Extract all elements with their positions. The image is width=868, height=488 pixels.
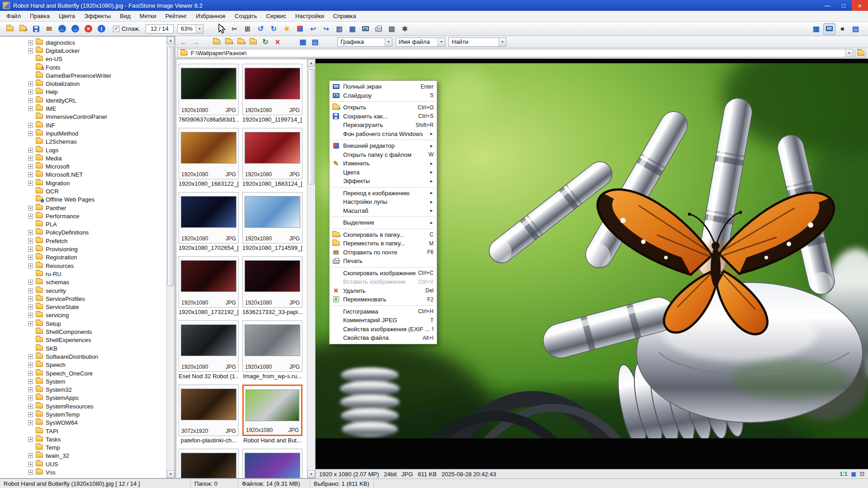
context-item-перезагрузить[interactable]: ПерезагрузитьShift+R	[330, 121, 437, 130]
tree-item-tapi[interactable]: TAPI	[0, 427, 166, 435]
new-folder-button[interactable]: +	[223, 37, 234, 47]
previous-image-button[interactable]: ←	[56, 23, 68, 35]
rotate-left-button[interactable]: ↺	[255, 23, 267, 35]
tree-item-provisioning[interactable]: +Provisioning	[0, 245, 166, 253]
tree-item-ru-ru[interactable]: ru-RU	[0, 270, 166, 278]
tree-item-l2schemas[interactable]: L2Schemas	[0, 138, 166, 146]
menu-item-create[interactable]: Создать	[230, 11, 261, 21]
scroll-up-icon[interactable]: ▲	[167, 37, 175, 44]
tree-item-media[interactable]: +Media	[0, 154, 166, 162]
tree-item-logs[interactable]: +Logs	[0, 146, 166, 154]
expander-icon[interactable]: +	[28, 164, 33, 169]
tree-item-security[interactable]: +security	[0, 286, 166, 295]
tree-item-tasks[interactable]: +Tasks	[0, 435, 166, 443]
thumbnail-image-from-wp-s-ru[interactable]: 1920x1080JPGImage_from_wp-s.ru...	[242, 320, 302, 380]
expander-icon[interactable]	[28, 197, 33, 202]
resize-button[interactable]: ⊞	[241, 23, 254, 35]
context-item-переименовать[interactable]: AПереименоватьF2	[330, 295, 437, 304]
tree-item-serviceprofiles[interactable]: +ServiceProfiles	[0, 295, 166, 303]
expander-icon[interactable]: +	[28, 230, 33, 235]
smoothing-checkbox[interactable]: ✓ Сглаж.	[113, 25, 140, 32]
thumbnail-row-12[interactable]	[179, 449, 239, 479]
expander-icon[interactable]: +	[28, 404, 33, 409]
expander-icon[interactable]: +	[28, 296, 33, 301]
expander-icon[interactable]: +	[28, 313, 33, 318]
expander-icon[interactable]	[28, 56, 33, 61]
tree-item-policydefinitions[interactable]: +PolicyDefinitions	[0, 229, 166, 237]
zoom-select[interactable]: 63% ▼	[177, 24, 203, 33]
tree-item-immersivecontrolpanel[interactable]: ImmersiveControlPanel	[0, 113, 166, 121]
context-item-цвета[interactable]: Цвета►	[330, 168, 437, 177]
tree-item-vss[interactable]: +Vss	[0, 468, 166, 476]
expander-icon[interactable]: +	[28, 371, 33, 376]
context-item-открыть[interactable]: ↗ОткрытьCtrl+O	[330, 103, 437, 112]
tree-item-identitycrl[interactable]: +IdentityCRL	[0, 96, 166, 104]
menu-item-effects[interactable]: Эффекты	[80, 11, 115, 21]
expander-icon[interactable]: +	[28, 379, 33, 384]
move-to-folder-button[interactable]: →	[248, 37, 259, 47]
expander-icon[interactable]: +	[28, 247, 33, 252]
compare-button[interactable]: ▥	[333, 23, 345, 35]
tree-item-inputmethod[interactable]: +InputMethod	[0, 129, 166, 137]
scrollbar-thumb[interactable]	[167, 47, 174, 286]
expander-icon[interactable]	[28, 346, 33, 351]
context-item-удалить[interactable]: ×УдалитьDel	[330, 286, 437, 296]
thumbnail-robot-hand-and-but[interactable]: 1920x1080JPGRobot Hand and But...	[242, 385, 302, 445]
expander-icon[interactable]	[28, 338, 33, 343]
thumbnail-868x488-1683124[interactable]: 1920x1080JPG1920x1080_1683124_[...	[242, 128, 302, 188]
context-item-выделение[interactable]: Выделение►	[330, 218, 437, 227]
chevron-down-icon[interactable]: ▼	[845, 49, 853, 57]
tree-item-inf[interactable]: +INF	[0, 121, 166, 129]
close-button[interactable]: ×	[852, 0, 868, 11]
tree-item-servicing[interactable]: +servicing	[0, 311, 166, 319]
expander-icon[interactable]: +	[28, 395, 33, 400]
expander-icon[interactable]: +	[28, 89, 33, 94]
tree-item-shellexperiences[interactable]: ShellExperiences	[0, 336, 166, 344]
expander-icon[interactable]: +	[28, 288, 33, 293]
tree-item-offline-web-pages[interactable]: ◉Offline Web Pages	[0, 196, 166, 204]
search-by-select[interactable]: Имя файла ▼	[396, 38, 445, 47]
tree-item-migration[interactable]: +Migration	[0, 179, 166, 187]
context-item-комментарий-jpeg[interactable]: Комментарий JPEGT	[330, 316, 437, 325]
tree-item-microsoft-net[interactable]: +Microsoft.NET	[0, 171, 166, 179]
context-item-переход-к-изображению[interactable]: Переход к изображению►	[330, 189, 437, 198]
expander-icon[interactable]	[28, 73, 33, 78]
thumbnail-1636217332-33-papi[interactable]: 1920x1080JPG1636217332_33-papi...	[242, 256, 302, 316]
tree-item-fonts[interactable]: AFonts	[0, 63, 166, 71]
filmstrip-button[interactable]: ▤	[849, 23, 862, 35]
tree-item-setup[interactable]: +Setup	[0, 319, 166, 328]
refresh-button[interactable]: ↻	[260, 37, 271, 47]
thumbnail-868x488-1714599[interactable]: 1920x1080JPG1920x1080_1714599_[...	[242, 192, 302, 252]
expander-icon[interactable]: +	[28, 181, 33, 186]
settings-button[interactable]: ✱	[399, 23, 411, 35]
context-item-сохранить-как[interactable]: Сохранить как...Ctrl+S	[330, 112, 437, 121]
tree-item-registration[interactable]: +Registration	[0, 253, 166, 262]
context-item-настройки-лупы[interactable]: Настройки лупы►	[330, 197, 437, 206]
expander-icon[interactable]: +	[28, 412, 33, 417]
thumbnail-scrollbar[interactable]: ▲ ▼	[307, 59, 315, 478]
menu-item-tags[interactable]: Метки	[135, 11, 161, 21]
context-item-скопировать-изображение[interactable]: Скопировать изображениеCtrl+C	[330, 269, 437, 278]
maximize-button[interactable]: □	[835, 0, 852, 11]
crop-button[interactable]: ✂	[228, 23, 241, 35]
expander-icon[interactable]: +	[28, 81, 33, 86]
expander-icon[interactable]	[28, 139, 33, 144]
menu-item-tools[interactable]: Сервис	[261, 11, 291, 21]
context-item-отправить-по-почте[interactable]: ✉Отправить по почтеF6	[330, 248, 437, 257]
menu-item-edit[interactable]: Правка	[25, 11, 54, 21]
expander-icon[interactable]: +	[28, 239, 33, 244]
expander-icon[interactable]: +	[28, 131, 33, 136]
tree-item-systemapps[interactable]: +SystemApps	[0, 394, 166, 402]
menu-item-rating[interactable]: Рейтинг	[160, 11, 191, 21]
tree-item-uus[interactable]: +UUS	[0, 460, 166, 468]
tree-item-system32[interactable]: +System32	[0, 385, 166, 394]
undo-button[interactable]: ↩	[307, 23, 319, 35]
context-item-масштаб[interactable]: Масштаб►	[330, 206, 437, 216]
multi-window-button[interactable]: ▦	[346, 23, 359, 35]
tree-item-help[interactable]: +Help	[0, 88, 166, 96]
copy-to-folder-button[interactable]: •	[236, 37, 246, 47]
menu-item-view[interactable]: Вид	[115, 11, 135, 21]
tree-item-microsoft[interactable]: +Microsoft	[0, 162, 166, 170]
image-info-button[interactable]: i	[95, 23, 108, 35]
context-item-печать[interactable]: Печать	[330, 257, 437, 266]
